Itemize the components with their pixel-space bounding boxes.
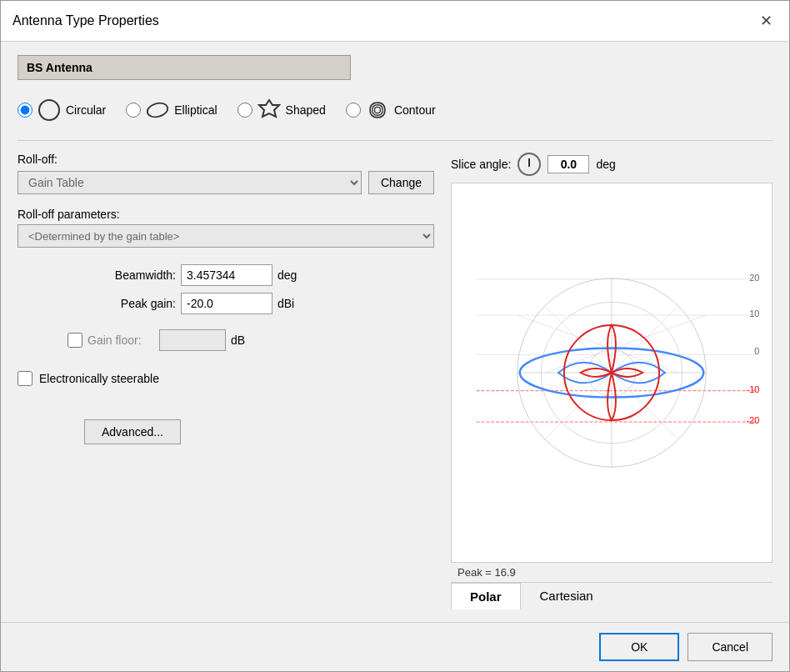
steerable-label: Electronically steerable [39, 372, 159, 385]
antenna-type-radio-group: Circular Elliptical [18, 88, 772, 128]
advanced-button[interactable]: Advanced... [84, 419, 181, 444]
rolloff-row: Gain Table Change [18, 171, 434, 194]
radio-circular-label: Circular [66, 103, 106, 117]
right-panel: Slice angle: 0.0 deg 20 10 0 - [451, 153, 772, 609]
svg-text:-20: -20 [747, 415, 760, 425]
shaped-icon [256, 97, 282, 123]
gain-floor-label: Gain floor: [88, 333, 154, 347]
steerable-row: Electronically steerable [18, 371, 434, 386]
peak-label: Peak = 16.9 [451, 563, 772, 582]
polar-chart: 20 10 0 -10 -20 [451, 183, 772, 563]
gain-floor-unit: dB [231, 333, 245, 347]
tab-polar[interactable]: Polar [451, 583, 521, 609]
main-content: Roll-off: Gain Table Change Roll-off par… [18, 153, 772, 609]
svg-text:-10: -10 [747, 384, 760, 394]
rolloff-section: Roll-off: Gain Table Change [18, 153, 434, 194]
radio-shaped[interactable] [238, 103, 252, 118]
left-panel: Roll-off: Gain Table Change Roll-off par… [18, 153, 434, 609]
params-grid: Beamwidth: deg Peak gain: dBi [68, 264, 434, 314]
radio-shaped-label: Shaped [286, 103, 326, 117]
svg-text:20: 20 [749, 273, 759, 283]
slice-dial[interactable] [518, 153, 541, 176]
cancel-button[interactable]: Cancel [688, 633, 772, 661]
radio-circular[interactable] [18, 103, 32, 118]
tab-cartesian[interactable]: Cartesian [521, 583, 612, 609]
contour-icon [364, 97, 391, 123]
beamwidth-input[interactable] [181, 264, 272, 286]
antenna-type-properties-dialog: Antenna Type Properties ✕ BS Antenna Cir… [0, 0, 790, 672]
ok-button[interactable]: OK [599, 633, 679, 661]
steerable-checkbox[interactable] [18, 371, 32, 386]
svg-text:10: 10 [749, 308, 759, 318]
rolloff-params-section: Roll-off parameters: <Determined by the … [18, 203, 434, 248]
gain-floor-input[interactable] [159, 329, 226, 351]
rolloff-params-label: Roll-off parameters: [18, 208, 434, 221]
polar-chart-svg: 20 10 0 -10 -20 [452, 183, 772, 562]
beamwidth-unit: deg [278, 268, 434, 282]
slice-angle-label: Slice angle: [451, 158, 511, 171]
svg-point-1 [146, 101, 169, 119]
radio-elliptical-label: Elliptical [174, 103, 217, 117]
beamwidth-label: Beamwidth: [68, 268, 176, 282]
peak-gain-input[interactable] [181, 293, 272, 314]
elliptical-icon [144, 97, 171, 123]
radio-item-elliptical: Elliptical [126, 97, 217, 123]
slice-angle-row: Slice angle: 0.0 deg [451, 153, 772, 176]
gain-floor-checkbox[interactable] [68, 333, 82, 348]
change-button[interactable]: Change [368, 171, 434, 194]
rolloff-select[interactable]: Gain Table [18, 171, 362, 194]
circular-icon [36, 97, 62, 123]
close-button[interactable]: ✕ [754, 9, 778, 33]
title-bar: Antenna Type Properties ✕ [1, 1, 789, 42]
antenna-name: BS Antenna [18, 55, 351, 80]
slice-value: 0.0 [548, 155, 589, 173]
gain-floor-row: Gain floor: dB [68, 329, 434, 351]
radio-item-contour: Contour [346, 97, 436, 123]
dialog-footer: OK Cancel [1, 622, 789, 671]
svg-point-0 [39, 100, 59, 120]
peak-gain-label: Peak gain: [68, 297, 176, 310]
dialog-body: BS Antenna Circular [1, 42, 789, 622]
rolloff-label: Roll-off: [18, 153, 434, 166]
peak-gain-unit: dBi [278, 297, 434, 310]
radio-elliptical[interactable] [126, 103, 141, 118]
radio-item-circular: Circular [18, 97, 106, 123]
radio-contour-label: Contour [394, 103, 436, 117]
chart-tabs: Polar Cartesian [451, 582, 772, 609]
slice-unit: deg [596, 158, 615, 171]
dialog-title: Antenna Type Properties [12, 13, 159, 28]
radio-contour[interactable] [346, 103, 361, 118]
radio-item-shaped: Shaped [238, 97, 326, 123]
separator-1 [18, 140, 772, 141]
rolloff-params-select[interactable]: <Determined by the gain table> [18, 224, 434, 248]
